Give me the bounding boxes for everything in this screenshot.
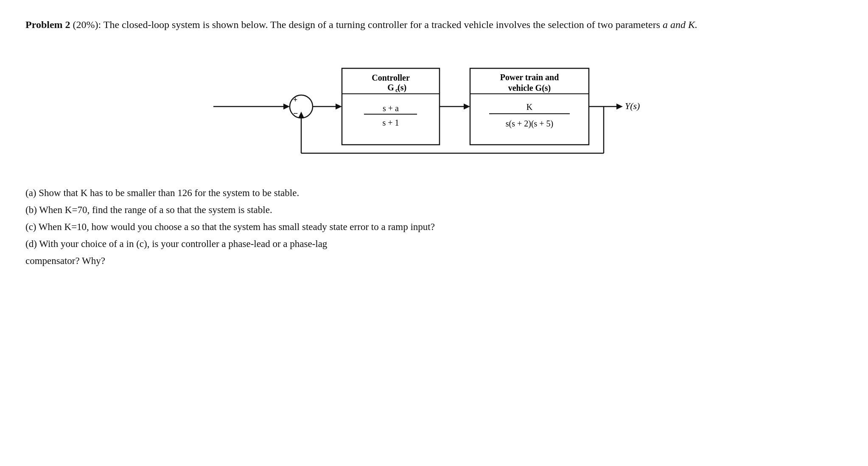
problem-number: Problem 2 (20%):: [25, 19, 101, 30]
questions-section: (a) Show that K has to be smaller than 1…: [25, 185, 843, 269]
diagram-svg: + − Controller G c (s) s + a s + 1: [201, 45, 667, 168]
svg-text:K: K: [526, 102, 533, 112]
svg-marker-6: [336, 104, 342, 109]
svg-text:s(s + 2)(s + 5): s(s + 2)(s + 5): [506, 119, 554, 129]
svg-text:(s): (s): [398, 83, 406, 93]
svg-text:Y(s): Y(s): [625, 101, 640, 111]
question-d2: compensator? Why?: [25, 253, 843, 269]
svg-marker-26: [616, 104, 623, 109]
svg-text:G: G: [387, 83, 394, 92]
question-a: (a) Show that K has to be smaller than 1…: [25, 185, 843, 201]
problem-params: a and K.: [663, 19, 697, 30]
svg-text:s + 1: s + 1: [382, 118, 399, 127]
question-d1: (d) With your choice of a in (c), is you…: [25, 236, 843, 252]
svg-text:s + a: s + a: [383, 104, 399, 113]
svg-marker-1: [283, 104, 290, 109]
svg-text:vehicle G(s): vehicle G(s): [508, 83, 551, 93]
page-content: Problem 2 (20%): The closed-loop system …: [25, 17, 843, 269]
block-diagram: + − Controller G c (s) s + a s + 1: [25, 45, 843, 168]
svg-marker-17: [464, 104, 470, 109]
problem-statement: Problem 2 (20%): The closed-loop system …: [25, 17, 843, 32]
svg-text:−: −: [293, 109, 298, 118]
svg-text:+: +: [293, 95, 297, 104]
question-b: (b) When K=70, find the range of a so th…: [25, 202, 843, 218]
problem-description: The closed-loop system is shown below. T…: [104, 19, 660, 30]
svg-text:Controller: Controller: [372, 73, 410, 82]
svg-text:Power train and: Power train and: [500, 73, 559, 82]
question-c: (c) When K=10, how would you choose a so…: [25, 219, 843, 235]
